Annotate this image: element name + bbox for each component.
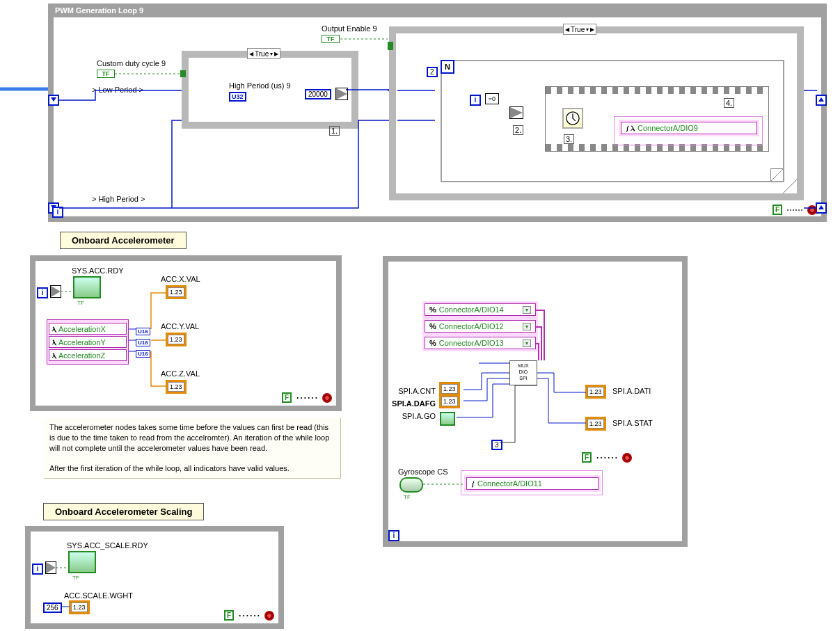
dio14-node[interactable]: %ConnectorA/DIO14▾ [425,303,536,316]
n-terminal: N [441,60,454,74]
high-period-label: High Period (us) 9 [229,81,291,90]
scale-wght-label: ACC.SCALE.WGHT [64,591,133,600]
mux-node: MUX DIO SPI [509,360,537,385]
shift-reg-left-icon [48,95,59,106]
inner-i: i [470,95,481,106]
scale-loop: i SYS.ACC_SCALE.RDY TF ACC.SCALE.WGHT 25… [25,526,284,629]
scale-title: Onboard Accelerometer Scaling [43,503,204,520]
cnt-label: SPI.A.CNT [391,387,436,395]
pink-outline [614,116,763,145]
shift-reg-right2-icon [816,202,827,214]
outer-for-loop: ◀True▾▶ 2 N i =0 2. 3. 4. [389,26,804,200]
inner-for-loop: N i =0 2. 3. 4. Ⳇ Ⲗ ConnectorA/DIO9 [441,60,784,182]
svg-point-0 [566,112,579,125]
accel-stop: F ⋯⋯ [282,391,332,404]
scale-stop: F ⋯⋯ [224,609,274,622]
pwm-while-loop: PWM Generation Loop 9 Custom duty cycle … [48,3,827,222]
scale-wght-ind: 1.23 [71,602,88,612]
dafg-ind: 1.23 [441,397,458,406]
flat-sequence: 3. 4. Ⳇ Ⲗ ConnectorA/DIO9 [545,86,769,152]
pwm-i: i [52,207,63,218]
high-period-tunnel: > High Period > [92,195,145,203]
const-3: 3 [491,440,502,450]
green-tunnel [180,70,186,77]
accel-i: i [37,287,48,298]
acc-z-label: ACC.Z.VAL [161,369,200,378]
gyro-cs-label: Gyroscope CS [398,468,448,476]
sys-rdy-label: SYS.ACC.RDY [72,266,124,275]
pwm-stop-cond: F ⋯⋯ [772,205,817,215]
shift-reg-right-icon [816,95,827,106]
dati-ind: 1.23 [587,387,604,397]
marker-3: 3. [564,134,574,144]
low-period-label: > Low Period > [92,86,143,94]
acc-x-label: ACC.X.VAL [161,275,200,283]
high-period-u32[interactable]: U32 [229,92,246,102]
stat-label: SPI.A.STAT [612,419,653,427]
go-ind [440,412,455,426]
case-selector[interactable]: ◀True▾▶ [247,48,280,59]
u16-1: U16 [136,328,150,335]
sys-rdy-indicator [73,276,101,298]
acc-y-label: ACC.Y.VAL [161,322,199,330]
dio12-node[interactable]: %ConnectorA/DIO12▾ [425,320,536,333]
accel-note: The accelerometer nodes takes some time … [44,418,341,479]
gyro-cs-control[interactable] [399,477,423,493]
const-256: 256 [43,602,62,613]
acc-x-ind: 1.23 [168,287,184,297]
scale-rdy-label: SYS.ACC_SCALE.RDY [67,541,148,550]
accel-loop: i SYS.ACC.RDY TF ACC.X.VAL 1.23 ACC.Y.VA… [30,255,342,411]
subtract-icon [336,88,347,99]
custom-duty-tf[interactable]: TF [97,70,115,78]
marker-2: 2. [513,125,523,135]
stat-ind: 1.23 [587,419,604,429]
cnt-ind: 1.23 [441,384,458,394]
eq-zero-icon: =0 [485,93,499,104]
output-enable-label: Output Enable 9 [322,24,377,33]
accel-title: Onboard Accelerometer [60,232,187,249]
dio11-outline [461,470,603,495]
dati-label: SPI.A.DATI [612,387,651,395]
scale-first-icon [46,562,56,573]
u16-2: U16 [136,339,150,346]
case-structure: ◀True▾▶ High Period (us) 9 U32 20000 [182,51,358,129]
go-label: SPI.A.GO [394,412,436,420]
spi-i: i [388,530,399,541]
spi-stop: F ⋯⋯ [582,451,632,464]
marker-4: 4. [724,98,734,108]
green-tunnel2 [388,42,393,50]
sys-rdy-tf: TF [77,300,84,306]
fold2-icon [783,179,797,193]
dio13-node[interactable]: %ConnectorA/DIO13▾ [425,337,536,349]
loop-selector[interactable]: ◀True▾▶ [563,24,596,35]
high-period-const[interactable]: 20000 [305,89,331,99]
spi-loop: %ConnectorA/DIO14▾ %ConnectorA/DIO12▾ %C… [383,256,688,547]
pwm-title: PWM Generation Loop 9 [48,3,827,17]
custom-duty-label: Custom duty cycle 9 [97,59,166,67]
wait-icon [562,108,583,129]
acc-y-ind: 1.23 [168,335,184,344]
fold-icon [770,168,783,181]
scale-rdy-ind [68,551,96,573]
marker-1: 1. [329,126,340,136]
acc-z-ind: 1.23 [168,382,184,392]
u16-3: U16 [136,350,150,358]
output-enable-tf[interactable]: TF [322,35,340,43]
first-call-icon [51,286,61,297]
dafg-label: SPI.A.DAFG [388,399,436,408]
accel-cluster[interactable]: ⲗAccelerationX ⲗAccelerationY ⲗAccelerat… [47,319,129,365]
select-icon [510,107,523,118]
n-const: 2 [427,67,438,77]
scale-i: i [32,564,43,575]
